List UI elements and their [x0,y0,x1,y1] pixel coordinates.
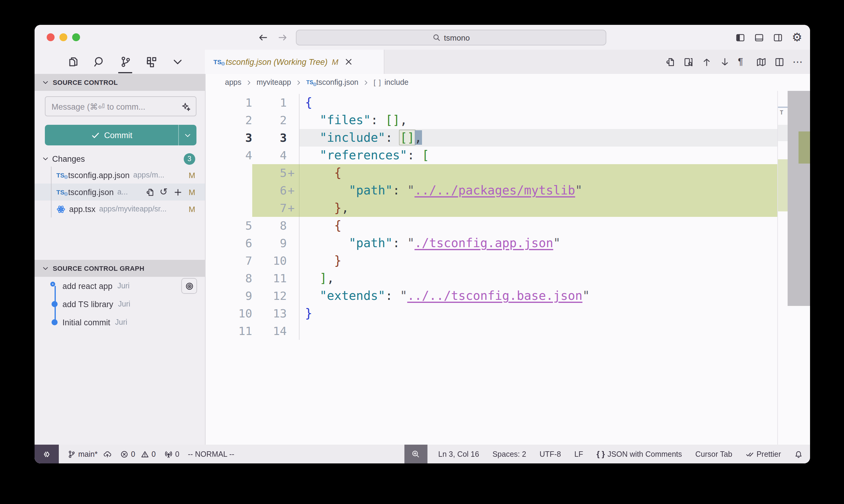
problems-indicator[interactable]: 0 0 [120,450,156,458]
map-icon[interactable] [756,57,767,67]
editor-group: apps myviteapp TS⚙ tsconfig.json [ ] inc… [205,74,810,445]
change-row-tsconfig-app-json[interactable]: TS⚙ tsconfig.app.json apps/m... M [35,167,205,183]
code-line[interactable]: 58 { [206,217,777,234]
old-line-number: 4 [206,147,252,164]
changes-section-header[interactable]: Changes 3 [35,151,205,167]
commit-button[interactable]: Commit [45,125,196,145]
sparkle-icon[interactable] [181,102,191,111]
eol-indicator[interactable]: LF [574,450,583,458]
breadcrumb-apps[interactable]: apps [225,78,241,87]
explorer-icon[interactable] [67,55,80,68]
scrollbar-slider[interactable] [788,91,810,306]
new-line-number: 3 [252,129,287,147]
array-symbol-icon: [ ] [374,78,381,87]
code-line[interactable]: 22 "files": [], [206,111,777,129]
code-line[interactable]: 11{ [206,94,777,111]
next-change-icon[interactable] [720,57,730,67]
ports-indicator[interactable]: 0 [164,450,179,458]
commit-dropdown-button[interactable] [178,125,196,145]
previous-change-icon[interactable] [702,57,712,67]
code-text: } [299,305,777,322]
zoom-indicator[interactable] [404,445,428,463]
notifications-bell[interactable] [794,450,803,458]
new-line-number: 4 [252,147,287,164]
code-line[interactable]: 69 "path": "./tsconfig.app.json" [206,234,777,252]
source-control-graph-header[interactable]: SOURCE CONTROL GRAPH [35,260,205,277]
breadcrumb-myviteapp[interactable]: myviteapp [257,78,291,87]
publish-icon [103,450,111,458]
commit-row-add-react-app[interactable]: add react app Juri [35,277,205,295]
activity-bar [35,50,205,74]
indent-guide [51,167,52,217]
toggle-secondary-sidebar-icon[interactable] [773,32,783,42]
code-text: }, [299,199,777,217]
navigate-back-icon[interactable] [258,32,269,43]
extensions-icon[interactable] [145,55,158,68]
code-line[interactable]: 5+ { [206,164,777,182]
change-row-app-tsx[interactable]: app.tsx apps/myviteapp/sr... M [35,200,205,217]
code-line[interactable]: 33 "include": [], [206,129,777,147]
more-views-chevron-icon[interactable] [171,55,184,68]
more-actions-icon[interactable]: ⋯ [792,57,803,67]
traffic-lights [47,33,80,41]
check-icon [91,130,100,140]
code-line[interactable]: 1114 [206,322,777,340]
stage-changes-icon[interactable] [173,187,183,197]
breadcrumb-include[interactable]: [ ] include [374,78,408,87]
change-row-tsconfig-json[interactable]: TS⚙ tsconfig.json a... ↺ M [35,183,205,200]
split-editor-icon[interactable] [774,57,785,67]
settings-gear-icon[interactable]: ⚙ [792,32,802,42]
commit-row-initial-commit[interactable]: Initial commit Juri [35,313,205,331]
toggle-whitespace-icon[interactable]: ¶ [738,57,748,67]
overview-scrollbar[interactable] [788,91,810,445]
zoom-window-button[interactable] [72,33,80,41]
navigate-forward-icon[interactable] [277,32,288,43]
search-view-icon[interactable] [93,55,105,68]
breadcrumb-tsconfig-json[interactable]: TS⚙ tsconfig.json [306,78,358,87]
new-line-number: 1 [252,94,287,111]
tab-tsconfig-working-tree[interactable]: TS⚙ tsconfig.json (Working Tree) M [205,50,384,74]
toggle-primary-sidebar-icon[interactable] [736,32,745,42]
old-line-number [206,199,252,217]
minimize-window-button[interactable] [59,33,67,41]
remote-indicator[interactable] [35,445,59,463]
command-center-search[interactable]: tsmono [296,30,606,46]
open-changes-icon[interactable] [665,57,675,67]
code-line[interactable]: 7+ }, [206,199,777,217]
indentation-indicator[interactable]: Spaces: 2 [492,450,526,458]
code-line[interactable]: 811 ], [206,270,777,287]
branch-indicator[interactable]: main* [67,450,111,458]
changes-label: Changes [52,154,85,163]
minimap[interactable]: T [777,91,788,445]
file-path: a... [117,188,142,196]
discard-changes-icon[interactable]: ↺ [159,187,169,197]
formatter-indicator[interactable]: Prettier [745,450,781,458]
code-line[interactable]: 44 "references": [ [206,147,777,164]
source-control-icon[interactable] [119,55,132,68]
vim-mode-indicator[interactable]: -- NORMAL -- [188,450,234,458]
diff-editor[interactable]: 11{22 "files": [],33 "include": [],44 "r… [206,91,810,445]
toggle-panel-icon[interactable] [754,32,764,42]
old-line-number: 3 [206,129,252,147]
code-line[interactable]: 912 "extends": "../../tsconfig.base.json… [206,287,777,305]
language-mode-indicator[interactable]: { } JSON with Comments [597,450,682,458]
inline-view-icon[interactable] [683,57,694,67]
title-bar: tsmono ⚙ [35,25,810,50]
code-line[interactable]: 710 } [206,252,777,270]
source-control-section-header[interactable]: SOURCE CONTROL [35,74,205,91]
encoding-indicator[interactable]: UTF-8 [540,450,561,458]
bracket-match-highlight: [] [399,130,416,145]
close-window-button[interactable] [47,33,55,41]
code-line[interactable]: 1013} [206,305,777,322]
code-text: "path": "../../packages/mytslib" [299,182,777,199]
checkout-target-button[interactable] [181,278,197,294]
code-text: "files": [], [299,111,777,129]
tab-close-icon[interactable] [344,57,354,67]
commit-message-input[interactable]: Message (⌘⏎ to comm... [45,96,196,116]
open-file-icon[interactable] [145,187,155,197]
commit-row-add-ts-library[interactable]: add TS library Juri [35,295,205,313]
cursor-tab-indicator[interactable]: Cursor Tab [695,450,733,458]
cursor-position-indicator[interactable]: Ln 3, Col 16 [438,450,479,458]
new-line-number: 9 [252,234,287,252]
code-line[interactable]: 6+ "path": "../../packages/mytslib" [206,182,777,199]
